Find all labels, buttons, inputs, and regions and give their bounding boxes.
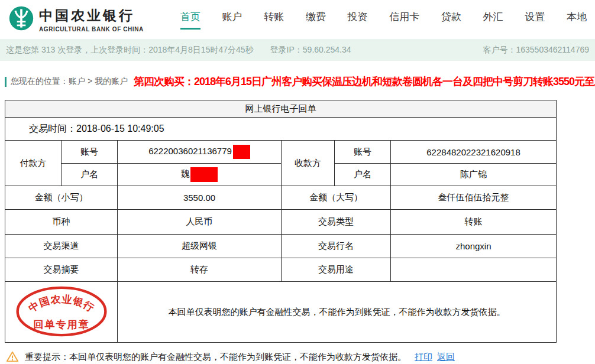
payer-name-cell: 魏 [118, 164, 282, 186]
receipt-stamp-cell: 中国农业银行 回单专用章 [5, 282, 118, 343]
summary-value: 转存 [118, 258, 282, 282]
nav-item-local[interactable]: 本地 [567, 10, 587, 30]
payee-account-value: 6228482022321620918 [391, 141, 557, 164]
purpose-label: 交易用途 [282, 258, 391, 282]
redaction-block [233, 145, 250, 159]
bank-name-value: zhongxin [391, 235, 557, 258]
currency-value: 人民币 [118, 210, 282, 235]
nav-item-home[interactable]: 首页 [180, 10, 201, 30]
bank-name-label: 交易行名 [282, 235, 391, 258]
payee-name-label: 户名 [335, 164, 391, 186]
nav-item-accounts[interactable]: 账户 [222, 10, 242, 30]
receipt-disclaimer: 本回单仅表明您的账户有金融性交易，不能作为到账凭证，不能作为收款方发货依据。 [118, 282, 557, 343]
redaction-block [190, 167, 218, 182]
print-link[interactable]: 打印 [415, 352, 432, 363]
nav-item-forex[interactable]: 外汇 [483, 10, 503, 30]
payee-name-value: 陈广锦 [391, 164, 557, 186]
summary-label: 交易摘要 [5, 258, 118, 282]
nav-item-credit-card[interactable]: 信用卡 [389, 10, 419, 30]
channel-value: 超级网银 [118, 235, 282, 258]
purchase-annotation-text: 第四次购买：2018年6月15日广州客户购买保温压边机和短款卷圆机各一台及四把中… [134, 74, 595, 89]
e-receipt-table: 网上银行电子回单 交易时间：2018-06-15 10:49:05 付款方 账号… [5, 100, 557, 343]
channel-label: 交易渠道 [5, 235, 118, 258]
breadcrumb-accent-bar [5, 77, 7, 87]
payer-account-value: 62220036021136779 [148, 146, 232, 156]
abc-bank-icon [8, 5, 34, 34]
nav-item-investment[interactable]: 投资 [348, 10, 368, 30]
notice-label: 重要提示： [25, 352, 69, 363]
back-link[interactable]: 返回 [437, 352, 455, 363]
customer-number-text: 客户号：1635503462114769 [483, 45, 589, 56]
app-header: 中国农业银行 AGRICULTURAL BANK OF CHINA 首页 账户 … [0, 0, 595, 39]
transaction-time-label: 交易时间： [29, 124, 76, 134]
nav-item-loans[interactable]: 贷款 [441, 10, 461, 30]
tx-type-value: 转账 [391, 210, 557, 235]
warning-icon [6, 350, 19, 363]
payer-role-cell: 付款方 [5, 141, 62, 186]
login-status-bar: 这是您第 313 次登录，上次登录时间：2018年4月8日15时47分45秒 登… [0, 39, 595, 61]
bank-logo: 中国农业银行 AGRICULTURAL BANK OF CHINA [8, 5, 144, 34]
breadcrumb: 您现在的位置：账户 > 我的账户 [11, 76, 128, 87]
transaction-time-cell: 交易时间：2018-06-15 10:49:05 [5, 118, 557, 141]
breadcrumb-row: 您现在的位置：账户 > 我的账户 第四次购买：2018年6月15日广州客户购买保… [0, 73, 595, 90]
svg-text:回单专用章: 回单专用章 [33, 318, 89, 330]
payee-account-label: 账号 [335, 141, 391, 164]
notice-text: 本回单仅表明您的账户有金融性交易，不能作为到账凭证，不能作为收款方发货依据。 [69, 352, 406, 363]
footer-notice: 重要提示：本回单仅表明您的账户有金融性交易，不能作为到账凭证，不能作为收款方发货… [6, 350, 595, 363]
payer-name-value: 魏 [181, 168, 190, 178]
bank-name-cn: 中国农业银行 [39, 6, 144, 25]
login-count-text: 这是您第 313 次登录，上次登录时间：2018年4月8日15时47分45秒 [6, 45, 254, 56]
purpose-value [391, 258, 557, 282]
nav-item-payments[interactable]: 缴费 [306, 10, 326, 30]
nav-item-transfer[interactable]: 转账 [264, 10, 284, 30]
receipt-title: 网上银行电子回单 [5, 100, 557, 118]
svg-text:中国农业银行: 中国农业银行 [27, 293, 96, 314]
tx-type-label: 交易类型 [282, 210, 391, 235]
amount-lower-value: 3550.00 [118, 186, 282, 210]
amount-lower-label: 金额（小写） [5, 186, 118, 210]
bank-seal-stamp: 中国农业银行 回单专用章 [15, 330, 108, 340]
payer-name-label: 户名 [62, 164, 118, 186]
amount-upper-label: 金额（大写） [282, 186, 391, 210]
payer-account-cell: 62220036021136779 [118, 141, 282, 164]
login-ip-text: 登录IP：59.60.254.34 [270, 45, 351, 56]
amount-upper-value: 叁仟伍佰伍拾元整 [391, 186, 557, 210]
payee-role-cell: 收款方 [282, 141, 335, 186]
bank-name-en: AGRICULTURAL BANK OF CHINA [39, 26, 144, 32]
currency-label: 币种 [5, 210, 118, 235]
main-nav: 首页 账户 转账 缴费 投资 信用卡 贷款 外汇 设置 本地 [180, 10, 595, 30]
nav-item-settings[interactable]: 设置 [525, 10, 545, 30]
payer-account-label: 账号 [62, 141, 118, 164]
transaction-time-value: 2018-06-15 10:49:05 [76, 124, 164, 134]
